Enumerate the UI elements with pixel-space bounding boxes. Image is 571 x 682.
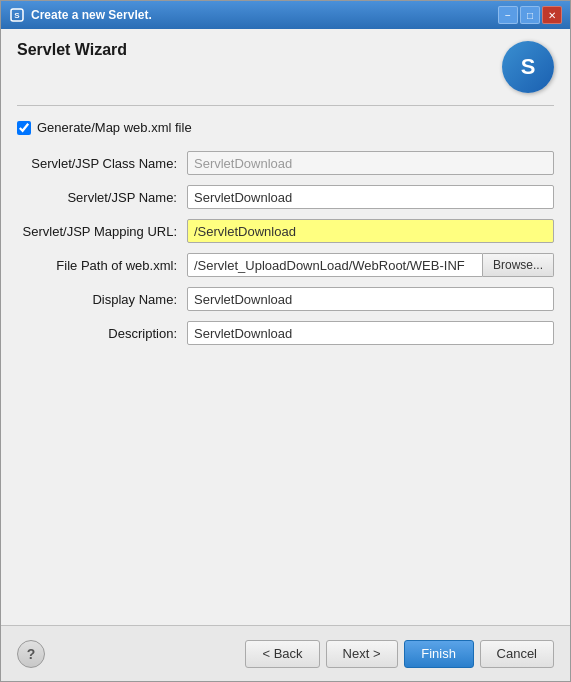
- webxml-path-label: File Path of web.xml:: [17, 258, 187, 273]
- description-row: Description:: [17, 321, 554, 345]
- checkbox-row: Generate/Map web.xml file: [17, 120, 554, 135]
- webxml-path-group: Browse...: [187, 253, 554, 277]
- mapping-url-label: Servlet/JSP Mapping URL:: [17, 224, 187, 239]
- title-bar: S Create a new Servlet. − □ ✕: [1, 1, 570, 29]
- browse-button[interactable]: Browse...: [483, 253, 554, 277]
- webxml-path-row: File Path of web.xml: Browse...: [17, 253, 554, 277]
- servlet-name-row: Servlet/JSP Name:: [17, 185, 554, 209]
- help-button[interactable]: ?: [17, 640, 45, 668]
- cancel-button[interactable]: Cancel: [480, 640, 554, 668]
- description-field[interactable]: [187, 321, 554, 345]
- header-divider: [17, 105, 554, 106]
- display-name-row: Display Name:: [17, 287, 554, 311]
- spacer: [17, 382, 554, 613]
- servlet-name-field[interactable]: [187, 185, 554, 209]
- maximize-button[interactable]: □: [520, 6, 540, 24]
- window-controls: − □ ✕: [498, 6, 562, 24]
- wizard-title-text: Servlet Wizard: [17, 41, 127, 59]
- close-button[interactable]: ✕: [542, 6, 562, 24]
- wizard-icon: S: [502, 41, 554, 93]
- header-section: Servlet Wizard S: [17, 41, 554, 93]
- class-name-label: Servlet/JSP Class Name:: [17, 156, 187, 171]
- form-area: Servlet/JSP Class Name: Servlet/JSP Name…: [17, 151, 554, 382]
- display-name-field[interactable]: [187, 287, 554, 311]
- wizard-title: Servlet Wizard: [17, 41, 127, 58]
- finish-button[interactable]: Finish: [404, 640, 474, 668]
- minimize-button[interactable]: −: [498, 6, 518, 24]
- servlet-name-label: Servlet/JSP Name:: [17, 190, 187, 205]
- bottom-bar: ? < Back Next > Finish Cancel: [1, 625, 570, 681]
- window-title: Create a new Servlet.: [31, 8, 498, 22]
- back-button[interactable]: < Back: [245, 640, 319, 668]
- class-name-field[interactable]: [187, 151, 554, 175]
- svg-text:S: S: [14, 11, 20, 20]
- checkbox-label: Generate/Map web.xml file: [37, 120, 192, 135]
- content-area: Servlet Wizard S Generate/Map web.xml fi…: [1, 29, 570, 625]
- generate-webxml-checkbox[interactable]: [17, 121, 31, 135]
- nav-buttons: < Back Next > Finish Cancel: [245, 640, 554, 668]
- description-label: Description:: [17, 326, 187, 341]
- display-name-label: Display Name:: [17, 292, 187, 307]
- webxml-path-field[interactable]: [187, 253, 483, 277]
- next-button[interactable]: Next >: [326, 640, 398, 668]
- class-name-row: Servlet/JSP Class Name:: [17, 151, 554, 175]
- window-icon: S: [9, 7, 25, 23]
- mapping-url-row: Servlet/JSP Mapping URL:: [17, 219, 554, 243]
- mapping-url-field[interactable]: [187, 219, 554, 243]
- wizard-window: S Create a new Servlet. − □ ✕ Servlet Wi…: [0, 0, 571, 682]
